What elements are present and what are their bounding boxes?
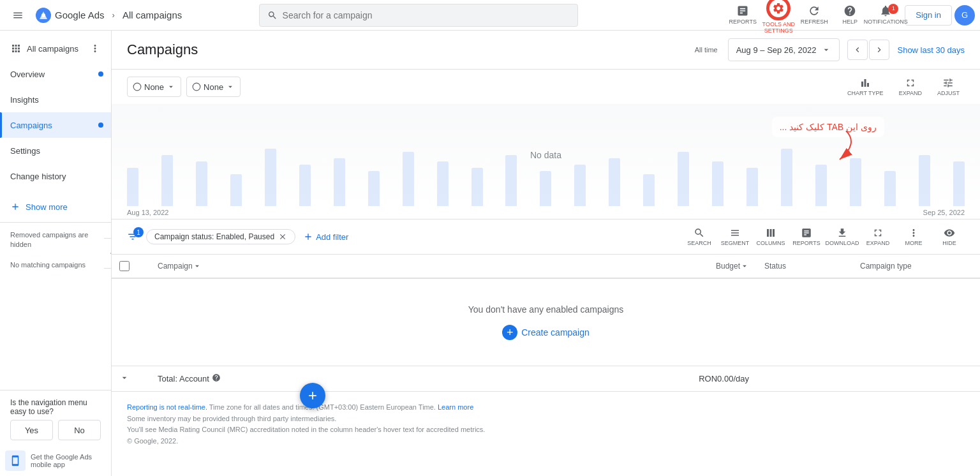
search-input[interactable]: [283, 10, 570, 20]
chart-expand-btn[interactable]: EXPAND: [894, 75, 927, 99]
chevron-down-icon-1: [167, 82, 175, 91]
reporting-link[interactable]: Reporting is not real-time.: [127, 403, 207, 411]
filter-icon-btn[interactable]: 1: [127, 231, 138, 242]
more-btn[interactable]: MORE: [898, 225, 929, 249]
total-status-value-cell: [757, 366, 852, 391]
search-toolbar-label: SEARCH: [687, 240, 711, 246]
reports-nav-btn[interactable]: REPORTS: [726, 0, 759, 31]
next-date-btn[interactable]: [869, 40, 889, 60]
add-campaign-fab[interactable]: +: [300, 383, 325, 408]
filter-close-icon[interactable]: [278, 232, 287, 241]
add-filter-btn[interactable]: Add filter: [303, 232, 348, 242]
th-budget[interactable]: Budget: [661, 255, 757, 278]
expand-toolbar-btn[interactable]: EXPAND: [863, 225, 893, 249]
all-campaigns-sidebar-label: All campaigns: [27, 44, 78, 54]
th-status-col[interactable]: Status: [757, 255, 852, 278]
sidebar-item-campaigns[interactable]: Campaigns: [0, 112, 111, 138]
create-campaign-btn[interactable]: + Create campaign: [502, 325, 590, 340]
adjust-label: ADJUST: [937, 90, 960, 96]
no-matching-notice: No matching campaigns: [0, 255, 111, 275]
notification-badge: 1: [888, 4, 898, 14]
chart-dropdown-1[interactable]: None: [127, 77, 181, 97]
more-options-icon[interactable]: [89, 43, 101, 54]
sidebar-all-campaigns[interactable]: All campaigns: [0, 36, 111, 61]
campaigns-indicator: [98, 123, 103, 128]
tools-settings-btn[interactable]: TOOLS ANDSETTINGS: [762, 0, 795, 31]
sidebar-nav: All campaigns Overview Insights Campaign…: [0, 31, 111, 194]
notifications-btn[interactable]: 1 NOTIFICATIONS: [869, 0, 902, 31]
help-btn[interactable]: HELP: [833, 0, 866, 31]
sort-icon: [193, 262, 202, 271]
hide-btn[interactable]: HIDE: [934, 225, 965, 249]
filter-badge: 1: [133, 227, 144, 237]
prev-date-btn[interactable]: [847, 40, 868, 60]
th-checkbox: [112, 255, 137, 278]
sidebar-item-insights[interactable]: Insights: [0, 87, 111, 112]
chart-bar: [196, 161, 207, 206]
columns-btn[interactable]: COLUMNS: [755, 225, 786, 249]
refresh-btn[interactable]: REFRESH: [798, 0, 831, 31]
expand-row-icon[interactable]: [119, 373, 130, 385]
budget-header-label: Budget: [716, 262, 740, 271]
reports-toolbar-btn[interactable]: REPORTS: [791, 225, 822, 249]
footer-reporting-note: Reporting is not real-time. Time zone fo…: [127, 402, 965, 413]
chart-type-btn[interactable]: CHART TYPE: [842, 75, 889, 99]
feedback-question: Is the navigation menu easy to use?: [10, 398, 101, 416]
chart-dropdowns: None None: [127, 77, 241, 97]
footer-timezone-note: Time zone for all dates and times: (GMT+…: [209, 403, 436, 411]
chart-bar: [471, 168, 483, 206]
date-range-text: Aug 9 – Sep 26, 2022: [736, 45, 817, 55]
more-label: MORE: [905, 240, 923, 246]
all-time-label: All time: [695, 46, 718, 54]
no-data-label: No data: [530, 150, 561, 160]
columns-label: COLUMNS: [757, 240, 785, 246]
chart-adjust-btn[interactable]: ADJUST: [932, 75, 965, 99]
profile-avatar[interactable]: G: [954, 5, 975, 26]
sidebar-divider: [0, 222, 111, 223]
annotation-overlay: روی این TAB کلیک کنید ...: [772, 117, 884, 137]
th-campaign-type[interactable]: Campaign type: [852, 255, 980, 278]
date-nav-arrows: [847, 40, 889, 60]
chevron-down-icon-2: [226, 82, 235, 91]
chart-bar: [919, 155, 930, 206]
chart-bar: [678, 152, 689, 206]
mobile-app-text: Get the Google Ads mobile app: [31, 453, 106, 468]
sidebar-item-change-history[interactable]: Change history: [0, 163, 111, 189]
notifications-label: NOTIFICATIONS: [864, 19, 908, 26]
search-box[interactable]: [259, 4, 578, 27]
chart-bar: [505, 155, 517, 206]
total-budget-cell: RON0.00/day: [661, 366, 757, 391]
date-start-label: Aug 13, 2022: [127, 209, 168, 216]
segment-btn[interactable]: SEGMENT: [720, 225, 750, 249]
date-range-selector[interactable]: Aug 9 – Sep 26, 2022: [728, 38, 840, 61]
table-header: Campaign Budget Status Campaign type: [112, 255, 980, 279]
footer-divider: [0, 390, 111, 390]
select-all-checkbox[interactable]: [119, 261, 130, 271]
sidebar-item-settings[interactable]: Settings: [0, 138, 111, 163]
search-toolbar-btn[interactable]: SEARCH: [684, 225, 715, 249]
chart-actions: CHART TYPE EXPAND ADJUST: [842, 75, 965, 99]
sidebar-item-overview[interactable]: Overview: [0, 61, 111, 87]
th-campaign[interactable]: Campaign: [150, 255, 661, 278]
download-btn[interactable]: DOWNLOAD: [827, 225, 858, 249]
total-label: Total: Account: [158, 374, 209, 383]
google-ads-logo: Google Ads: [36, 8, 105, 23]
collapse-sidebar-btn[interactable]: [104, 238, 112, 269]
chart-dropdown-2[interactable]: None: [186, 77, 241, 97]
campaigns-label: Campaigns: [10, 121, 101, 130]
total-help-icon[interactable]: [212, 373, 221, 384]
no-button[interactable]: No: [58, 420, 101, 440]
total-expand-cell[interactable]: [112, 366, 137, 391]
segment-icon: [729, 227, 741, 239]
hamburger-menu[interactable]: [5, 3, 31, 28]
yes-button[interactable]: Yes: [10, 420, 53, 440]
add-filter-icon: [303, 232, 313, 242]
search-icon: [267, 10, 278, 20]
show-more-btn[interactable]: Show more: [0, 194, 111, 219]
sign-in-button[interactable]: Sign in: [905, 5, 952, 26]
filter-chip[interactable]: Campaign status: Enabled, Paused: [146, 229, 295, 244]
footer-copyright: © Google, 2022.: [127, 436, 965, 447]
show-last-btn[interactable]: Show last 30 days: [897, 45, 965, 55]
add-icon: [10, 202, 20, 212]
learn-more-link[interactable]: Learn more: [438, 403, 473, 411]
